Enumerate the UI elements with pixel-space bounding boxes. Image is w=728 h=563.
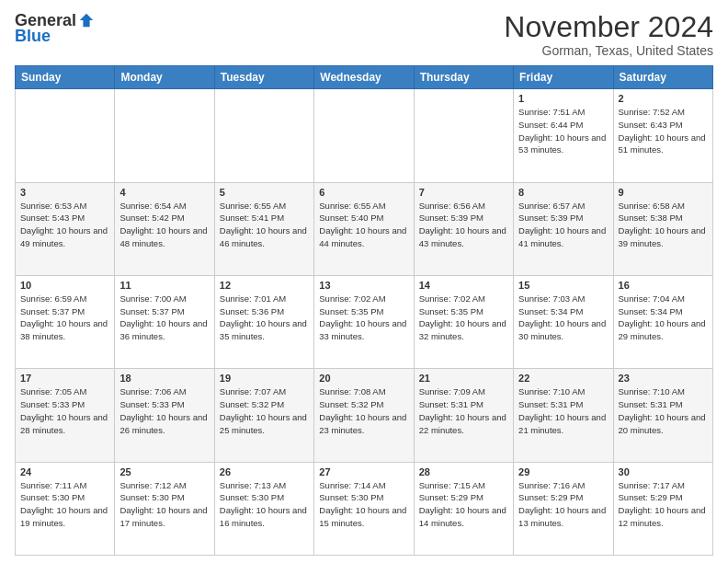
week-row-0: 1Sunrise: 7:51 AM Sunset: 6:44 PM Daylig… <box>16 89 713 182</box>
day-info: Sunrise: 6:53 AM Sunset: 5:43 PM Dayligh… <box>20 200 109 250</box>
day-number: 7 <box>419 187 508 198</box>
day-number: 2 <box>619 93 708 104</box>
table-row: 4Sunrise: 6:54 AM Sunset: 5:42 PM Daylig… <box>115 182 214 275</box>
table-row: 5Sunrise: 6:55 AM Sunset: 5:41 PM Daylig… <box>214 182 313 275</box>
day-number: 17 <box>20 373 109 384</box>
day-info: Sunrise: 6:54 AM Sunset: 5:42 PM Dayligh… <box>119 200 209 250</box>
table-row: 6Sunrise: 6:55 AM Sunset: 5:40 PM Daylig… <box>314 182 414 275</box>
table-row: 13Sunrise: 7:02 AM Sunset: 5:35 PM Dayli… <box>314 275 414 368</box>
day-number: 1 <box>518 93 608 104</box>
day-info: Sunrise: 7:17 AM Sunset: 5:29 PM Dayligh… <box>619 479 708 530</box>
day-info: Sunrise: 7:00 AM Sunset: 5:37 PM Dayligh… <box>119 293 209 343</box>
table-row: 21Sunrise: 7:09 AM Sunset: 5:31 PM Dayli… <box>414 369 513 462</box>
col-sunday: Sunday <box>16 66 115 89</box>
day-info: Sunrise: 7:10 AM Sunset: 5:31 PM Dayligh… <box>619 385 708 436</box>
col-saturday: Saturday <box>613 66 712 89</box>
day-number: 21 <box>419 373 508 384</box>
table-row: 3Sunrise: 6:53 AM Sunset: 5:43 PM Daylig… <box>16 182 115 275</box>
day-info: Sunrise: 7:12 AM Sunset: 5:30 PM Dayligh… <box>119 479 209 530</box>
table-row: 14Sunrise: 7:02 AM Sunset: 5:35 PM Dayli… <box>414 275 513 368</box>
day-number: 10 <box>20 280 109 291</box>
table-row: 19Sunrise: 7:07 AM Sunset: 5:32 PM Dayli… <box>214 369 313 462</box>
col-tuesday: Tuesday <box>214 66 313 89</box>
day-number: 20 <box>319 373 408 384</box>
day-info: Sunrise: 6:58 AM Sunset: 5:38 PM Dayligh… <box>619 200 708 250</box>
col-thursday: Thursday <box>414 66 513 89</box>
header: General Blue November 2024 Gorman, Texas… <box>15 11 713 58</box>
day-info: Sunrise: 7:02 AM Sunset: 5:35 PM Dayligh… <box>419 293 508 343</box>
page: General Blue November 2024 Gorman, Texas… <box>0 0 728 563</box>
logo: General Blue <box>15 11 95 46</box>
table-row <box>115 89 214 182</box>
day-number: 29 <box>518 466 608 477</box>
calendar-table: Sunday Monday Tuesday Wednesday Thursday… <box>15 65 713 556</box>
day-info: Sunrise: 7:11 AM Sunset: 5:30 PM Dayligh… <box>20 479 109 530</box>
table-row: 20Sunrise: 7:08 AM Sunset: 5:32 PM Dayli… <box>314 369 414 462</box>
day-info: Sunrise: 7:04 AM Sunset: 5:34 PM Dayligh… <box>619 293 708 343</box>
day-number: 26 <box>220 466 309 477</box>
day-info: Sunrise: 6:56 AM Sunset: 5:39 PM Dayligh… <box>419 200 508 250</box>
col-monday: Monday <box>115 66 214 89</box>
table-row <box>414 89 513 182</box>
day-number: 19 <box>220 373 309 384</box>
day-info: Sunrise: 7:15 AM Sunset: 5:29 PM Dayligh… <box>419 479 508 530</box>
day-info: Sunrise: 7:02 AM Sunset: 5:35 PM Dayligh… <box>319 293 408 343</box>
table-row: 10Sunrise: 6:59 AM Sunset: 5:37 PM Dayli… <box>16 275 115 368</box>
col-wednesday: Wednesday <box>314 66 414 89</box>
month-title: November 2024 <box>504 11 713 43</box>
day-info: Sunrise: 7:52 AM Sunset: 6:43 PM Dayligh… <box>619 106 708 156</box>
location: Gorman, Texas, United States <box>504 43 713 58</box>
day-info: Sunrise: 7:51 AM Sunset: 6:44 PM Dayligh… <box>518 106 608 156</box>
table-row: 25Sunrise: 7:12 AM Sunset: 5:30 PM Dayli… <box>115 462 214 555</box>
day-info: Sunrise: 7:03 AM Sunset: 5:34 PM Dayligh… <box>518 293 608 343</box>
day-info: Sunrise: 6:57 AM Sunset: 5:39 PM Dayligh… <box>518 200 608 250</box>
day-info: Sunrise: 7:05 AM Sunset: 5:33 PM Dayligh… <box>20 385 109 436</box>
day-number: 18 <box>119 373 209 384</box>
day-number: 13 <box>319 280 408 291</box>
day-number: 28 <box>419 466 508 477</box>
day-info: Sunrise: 7:07 AM Sunset: 5:32 PM Dayligh… <box>220 385 309 436</box>
table-row: 27Sunrise: 7:14 AM Sunset: 5:30 PM Dayli… <box>314 462 414 555</box>
table-row <box>214 89 313 182</box>
table-row: 22Sunrise: 7:10 AM Sunset: 5:31 PM Dayli… <box>514 369 613 462</box>
table-row: 29Sunrise: 7:16 AM Sunset: 5:29 PM Dayli… <box>514 462 613 555</box>
table-row: 26Sunrise: 7:13 AM Sunset: 5:30 PM Dayli… <box>214 462 313 555</box>
table-row: 23Sunrise: 7:10 AM Sunset: 5:31 PM Dayli… <box>613 369 712 462</box>
calendar-header-row: Sunday Monday Tuesday Wednesday Thursday… <box>16 66 713 89</box>
table-row: 24Sunrise: 7:11 AM Sunset: 5:30 PM Dayli… <box>16 462 115 555</box>
day-number: 15 <box>518 280 608 291</box>
day-info: Sunrise: 6:55 AM Sunset: 5:40 PM Dayligh… <box>319 200 408 250</box>
table-row: 8Sunrise: 6:57 AM Sunset: 5:39 PM Daylig… <box>514 182 613 275</box>
logo-blue: Blue <box>15 27 51 46</box>
table-row: 12Sunrise: 7:01 AM Sunset: 5:36 PM Dayli… <box>214 275 313 368</box>
week-row-3: 17Sunrise: 7:05 AM Sunset: 5:33 PM Dayli… <box>16 369 713 462</box>
table-row: 17Sunrise: 7:05 AM Sunset: 5:33 PM Dayli… <box>16 369 115 462</box>
day-number: 9 <box>619 187 708 198</box>
title-block: November 2024 Gorman, Texas, United Stat… <box>504 11 713 58</box>
table-row <box>16 89 115 182</box>
table-row: 18Sunrise: 7:06 AM Sunset: 5:33 PM Dayli… <box>115 369 214 462</box>
day-number: 5 <box>220 187 309 198</box>
table-row: 28Sunrise: 7:15 AM Sunset: 5:29 PM Dayli… <box>414 462 513 555</box>
day-info: Sunrise: 6:59 AM Sunset: 5:37 PM Dayligh… <box>20 293 109 343</box>
day-info: Sunrise: 7:09 AM Sunset: 5:31 PM Dayligh… <box>419 385 508 436</box>
day-number: 4 <box>119 187 209 198</box>
day-info: Sunrise: 7:01 AM Sunset: 5:36 PM Dayligh… <box>220 293 309 343</box>
week-row-1: 3Sunrise: 6:53 AM Sunset: 5:43 PM Daylig… <box>16 182 713 275</box>
day-number: 27 <box>319 466 408 477</box>
day-number: 24 <box>20 466 109 477</box>
day-number: 23 <box>619 373 708 384</box>
day-number: 11 <box>119 280 209 291</box>
table-row: 1Sunrise: 7:51 AM Sunset: 6:44 PM Daylig… <box>514 89 613 182</box>
table-row: 9Sunrise: 6:58 AM Sunset: 5:38 PM Daylig… <box>613 182 712 275</box>
table-row: 2Sunrise: 7:52 AM Sunset: 6:43 PM Daylig… <box>613 89 712 182</box>
svg-marker-0 <box>80 13 93 26</box>
day-number: 14 <box>419 280 508 291</box>
day-info: Sunrise: 7:08 AM Sunset: 5:32 PM Dayligh… <box>319 385 408 436</box>
week-row-2: 10Sunrise: 6:59 AM Sunset: 5:37 PM Dayli… <box>16 275 713 368</box>
week-row-4: 24Sunrise: 7:11 AM Sunset: 5:30 PM Dayli… <box>16 462 713 555</box>
day-number: 30 <box>619 466 708 477</box>
table-row: 30Sunrise: 7:17 AM Sunset: 5:29 PM Dayli… <box>613 462 712 555</box>
table-row: 15Sunrise: 7:03 AM Sunset: 5:34 PM Dayli… <box>514 275 613 368</box>
table-row <box>314 89 414 182</box>
